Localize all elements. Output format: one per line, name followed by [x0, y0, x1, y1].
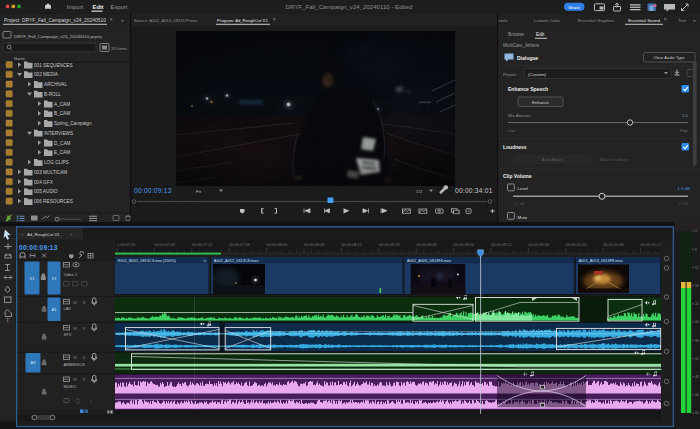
svg-text:1/2: 1/2: [416, 189, 423, 194]
svg-text:Edit: Edit: [93, 4, 104, 10]
svg-text:Match loudness: Match loudness: [600, 157, 629, 162]
svg-text:Low: Low: [508, 128, 515, 133]
svg-text:Loudness: Loudness: [503, 144, 527, 150]
svg-text:AMBIENCE: AMBIENCE: [64, 362, 86, 367]
svg-text:Import: Import: [67, 4, 84, 10]
svg-text:A001_A013_0613F8.mov: A001_A013_0613F8.mov: [579, 258, 623, 263]
svg-text:004 GFX: 004 GFX: [34, 180, 54, 185]
svg-text:MultiCam_Athlete: MultiCam_Athlete: [503, 43, 540, 48]
svg-text:42: 42: [695, 357, 699, 361]
svg-text:00:00:09:12: 00:00:09:12: [491, 242, 512, 247]
svg-text:1.0: 1.0: [682, 113, 689, 118]
svg-text:002 MEDIA: 002 MEDIA: [34, 72, 59, 77]
svg-text:S: S: [83, 355, 86, 360]
svg-text:00:00:09:18: 00:00:09:18: [528, 242, 549, 247]
svg-text:12: 12: [695, 266, 699, 270]
svg-text:Clear Audio Type: Clear Audio Type: [653, 55, 685, 60]
svg-text:A002_A012_0613C8.mov: A002_A012_0613C8.mov: [214, 258, 259, 263]
svg-text:1:00:07:00: 1:00:07:00: [117, 242, 136, 247]
svg-text:Clip Volume: Clip Volume: [503, 173, 532, 179]
svg-text:E_CAM: E_CAM: [54, 150, 70, 155]
svg-text:Name: Name: [14, 56, 26, 61]
svg-text:Program: Ad_RoughCut V1: Program: Ad_RoughCut V1: [217, 18, 268, 23]
svg-text:A001_A006_0813F6.mov: A001_A006_0813F6.mov: [407, 258, 451, 263]
svg-text:(Custom): (Custom): [528, 72, 547, 77]
svg-text:≡: ≡: [273, 17, 276, 22]
svg-text:V1: V1: [52, 276, 58, 281]
svg-text:ntrols: ntrols: [497, 18, 509, 23]
svg-text:INTERVIEWS: INTERVIEWS: [44, 131, 73, 136]
svg-text:V1: V1: [30, 276, 36, 281]
svg-text:15 dB: 15 dB: [678, 201, 689, 206]
svg-text:-15 dB: -15 dB: [513, 201, 525, 206]
svg-text:Share: Share: [568, 5, 580, 10]
svg-text:M: M: [73, 355, 76, 360]
svg-text:00:00:09:13: 00:00:09:13: [134, 187, 172, 194]
svg-text:DRYF_Fall_Campaign_v24_2024011: DRYF_Fall_Campaign_v24_20240110 - Edited: [286, 3, 413, 10]
svg-text:fx: fx: [204, 259, 207, 263]
svg-text:S: S: [83, 300, 86, 305]
svg-text:Text: Text: [678, 18, 687, 23]
svg-text:≡: ≡: [110, 17, 113, 22]
svg-text:D_CAM: D_CAM: [54, 141, 71, 146]
svg-text:15 Items: 15 Items: [111, 46, 127, 51]
svg-text:00:00:08:18: 00:00:08:18: [379, 242, 400, 247]
svg-text:S: S: [83, 377, 86, 382]
svg-text:Mix Amount: Mix Amount: [508, 113, 531, 118]
svg-text:»: »: [693, 17, 696, 23]
svg-text:SFX: SFX: [64, 332, 72, 337]
svg-text:18: 18: [695, 284, 699, 288]
svg-text:B_CAM: B_CAM: [54, 111, 70, 116]
svg-text:00:00:09:13: 00:00:09:13: [19, 244, 58, 251]
svg-text:00:00:34:01: 00:00:34:01: [455, 187, 493, 194]
svg-text:00:00:09:00: 00:00:09:00: [416, 242, 437, 247]
svg-text:High: High: [680, 128, 688, 133]
svg-text:30: 30: [695, 320, 699, 324]
svg-text:Spring_Campaign: Spring_Campaign: [54, 121, 92, 126]
svg-text:Level: Level: [518, 186, 529, 191]
svg-text:36: 36: [695, 339, 699, 343]
svg-text:Enhance: Enhance: [532, 100, 550, 105]
svg-text:Fit: Fit: [196, 189, 202, 194]
svg-text:Preset:: Preset:: [503, 72, 517, 77]
svg-text:0: 0: [695, 229, 697, 233]
svg-text:R001_B001_0813C3.mov [200%]: R001_B001_0813C3.mov [200%]: [118, 258, 176, 263]
svg-text:A_CAM: A_CAM: [54, 102, 70, 107]
svg-text:Lumetri Color: Lumetri Color: [534, 18, 561, 23]
svg-text:T: T: [6, 317, 10, 323]
svg-text:Enhance Speech: Enhance Speech: [508, 86, 548, 92]
svg-text:54: 54: [695, 393, 699, 397]
svg-text:Essential Graphics: Essential Graphics: [578, 18, 615, 23]
svg-text:ARCHIVAL: ARCHIVAL: [44, 82, 67, 87]
svg-text:00:00:10:12: 00:00:10:12: [641, 242, 662, 247]
svg-text:LOG CLIPS: LOG CLIPS: [44, 160, 69, 165]
svg-text:Project: DRYF_Fall_Campaign_v2: Project: DRYF_Fall_Campaign_v24_20240510: [4, 18, 106, 23]
svg-text:1.5 dB: 1.5 dB: [677, 186, 690, 191]
svg-text:00:00:08:00: 00:00:08:00: [267, 242, 288, 247]
svg-text:S: S: [83, 326, 86, 331]
svg-text:B-ROLL: B-ROLL: [44, 92, 61, 97]
svg-text:00:00:08:12: 00:00:08:12: [341, 242, 362, 247]
svg-text:001 SEQUENCES: 001 SEQUENCES: [34, 63, 73, 68]
svg-text:24: 24: [695, 302, 699, 306]
svg-text:Source: A002_A013_0813OF.mov: Source: A002_A013_0813OF.mov: [134, 18, 198, 23]
svg-text:M: M: [73, 300, 76, 305]
svg-text:005 AUDIO: 005 AUDIO: [34, 189, 58, 194]
svg-text:Mute: Mute: [518, 215, 528, 220]
svg-text:00:00:08:06: 00:00:08:06: [304, 242, 325, 247]
svg-text:Browse: Browse: [508, 32, 524, 37]
svg-text:M: M: [73, 326, 76, 331]
svg-text:A3: A3: [31, 360, 37, 365]
svg-text:A1: A1: [52, 307, 58, 312]
svg-text:00:00:07:18: 00:00:07:18: [229, 242, 250, 247]
svg-text:00:00:10:00: 00:00:10:00: [566, 242, 587, 247]
svg-text:MUSIC: MUSIC: [64, 384, 77, 389]
svg-text:DRYF_Fall_Campaign_v24_2024051: DRYF_Fall_Campaign_v24_20240510.prproj: [14, 34, 102, 39]
svg-text:48: 48: [695, 375, 699, 379]
svg-text:Auto-Match: Auto-Match: [542, 157, 564, 162]
svg-text:»: »: [121, 17, 124, 23]
svg-text:6: 6: [695, 248, 697, 252]
svg-text:003 MULTICAM: 003 MULTICAM: [34, 170, 67, 175]
svg-text:Edit: Edit: [536, 32, 545, 37]
svg-text:Essential Sound: Essential Sound: [628, 18, 660, 23]
